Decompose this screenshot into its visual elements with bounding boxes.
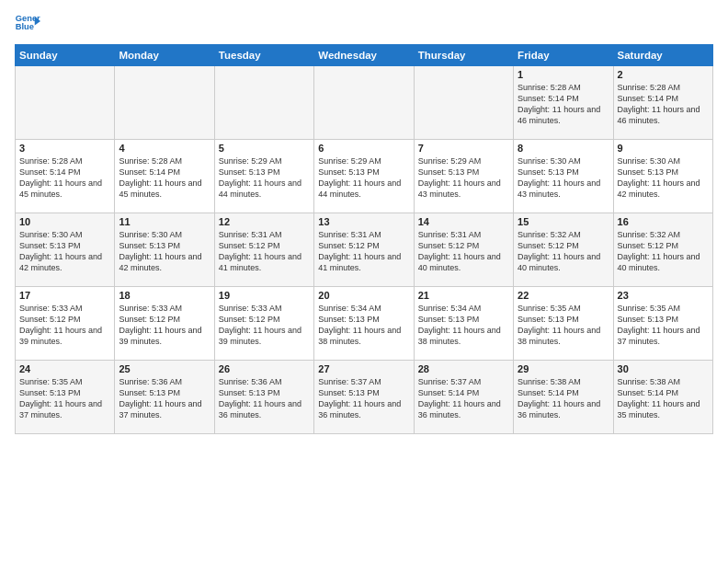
day-number: 8 xyxy=(518,143,609,154)
day-number: 12 xyxy=(219,216,310,227)
day-number: 22 xyxy=(518,290,609,301)
day-number: 2 xyxy=(618,69,709,80)
weekday-header-wednesday: Wednesday xyxy=(314,45,414,66)
calendar-cell: 29Sunrise: 5:38 AM Sunset: 5:14 PM Dayli… xyxy=(514,361,613,434)
day-number: 9 xyxy=(618,143,709,154)
day-info: Sunrise: 5:33 AM Sunset: 5:12 PM Dayligh… xyxy=(219,303,310,348)
day-number: 28 xyxy=(418,363,509,374)
calendar-cell xyxy=(16,66,115,140)
day-number: 1 xyxy=(518,69,609,80)
day-info: Sunrise: 5:31 AM Sunset: 5:12 PM Dayligh… xyxy=(318,229,409,274)
day-info: Sunrise: 5:31 AM Sunset: 5:12 PM Dayligh… xyxy=(418,229,509,274)
calendar-cell: 11Sunrise: 5:30 AM Sunset: 5:13 PM Dayli… xyxy=(115,213,214,287)
day-number: 10 xyxy=(19,216,110,227)
day-number: 17 xyxy=(19,290,110,301)
calendar-cell: 6Sunrise: 5:29 AM Sunset: 5:13 PM Daylig… xyxy=(314,140,414,213)
calendar-week-row: 24Sunrise: 5:35 AM Sunset: 5:13 PM Dayli… xyxy=(16,361,713,434)
day-info: Sunrise: 5:35 AM Sunset: 5:13 PM Dayligh… xyxy=(618,303,709,348)
day-info: Sunrise: 5:30 AM Sunset: 5:13 PM Dayligh… xyxy=(19,229,110,274)
day-number: 23 xyxy=(618,290,709,301)
day-info: Sunrise: 5:37 AM Sunset: 5:13 PM Dayligh… xyxy=(318,376,409,421)
day-number: 6 xyxy=(318,143,409,154)
day-info: Sunrise: 5:32 AM Sunset: 5:12 PM Dayligh… xyxy=(518,229,609,274)
day-info: Sunrise: 5:29 AM Sunset: 5:13 PM Dayligh… xyxy=(318,155,409,201)
day-number: 7 xyxy=(418,143,509,154)
calendar-cell: 13Sunrise: 5:31 AM Sunset: 5:12 PM Dayli… xyxy=(314,213,414,287)
day-number: 24 xyxy=(19,363,110,374)
calendar-week-row: 17Sunrise: 5:33 AM Sunset: 5:12 PM Dayli… xyxy=(16,287,713,361)
weekday-header-row: SundayMondayTuesdayWednesdayThursdayFrid… xyxy=(16,45,713,66)
day-number: 18 xyxy=(119,290,210,301)
day-info: Sunrise: 5:32 AM Sunset: 5:12 PM Dayligh… xyxy=(618,229,709,274)
calendar-cell: 17Sunrise: 5:33 AM Sunset: 5:12 PM Dayli… xyxy=(16,287,115,361)
day-info: Sunrise: 5:35 AM Sunset: 5:13 PM Dayligh… xyxy=(518,303,609,348)
calendar-cell: 7Sunrise: 5:29 AM Sunset: 5:13 PM Daylig… xyxy=(414,140,513,213)
day-number: 3 xyxy=(19,143,110,154)
day-number: 27 xyxy=(318,363,409,374)
day-info: Sunrise: 5:30 AM Sunset: 5:13 PM Dayligh… xyxy=(518,155,609,201)
day-number: 19 xyxy=(219,290,310,301)
day-number: 16 xyxy=(618,216,709,227)
calendar-week-row: 10Sunrise: 5:30 AM Sunset: 5:13 PM Dayli… xyxy=(16,213,713,287)
calendar-cell: 12Sunrise: 5:31 AM Sunset: 5:12 PM Dayli… xyxy=(214,213,313,287)
day-info: Sunrise: 5:29 AM Sunset: 5:13 PM Dayligh… xyxy=(418,155,509,201)
calendar-cell: 9Sunrise: 5:30 AM Sunset: 5:13 PM Daylig… xyxy=(613,140,712,213)
day-info: Sunrise: 5:28 AM Sunset: 5:14 PM Dayligh… xyxy=(19,155,110,201)
day-number: 13 xyxy=(318,216,409,227)
weekday-header-saturday: Saturday xyxy=(613,45,712,66)
calendar-cell: 14Sunrise: 5:31 AM Sunset: 5:12 PM Dayli… xyxy=(414,213,513,287)
day-info: Sunrise: 5:34 AM Sunset: 5:13 PM Dayligh… xyxy=(318,303,409,348)
calendar-cell: 25Sunrise: 5:36 AM Sunset: 5:13 PM Dayli… xyxy=(115,361,214,434)
day-number: 26 xyxy=(219,363,310,374)
calendar-cell xyxy=(115,66,214,140)
calendar-cell: 18Sunrise: 5:33 AM Sunset: 5:12 PM Dayli… xyxy=(115,287,214,361)
calendar-cell: 16Sunrise: 5:32 AM Sunset: 5:12 PM Dayli… xyxy=(613,213,712,287)
day-info: Sunrise: 5:38 AM Sunset: 5:14 PM Dayligh… xyxy=(618,376,709,421)
calendar-cell: 27Sunrise: 5:37 AM Sunset: 5:13 PM Dayli… xyxy=(314,361,414,434)
calendar-cell: 20Sunrise: 5:34 AM Sunset: 5:13 PM Dayli… xyxy=(314,287,414,361)
day-info: Sunrise: 5:30 AM Sunset: 5:13 PM Dayligh… xyxy=(618,155,709,201)
day-info: Sunrise: 5:36 AM Sunset: 5:13 PM Dayligh… xyxy=(219,376,310,421)
weekday-header-friday: Friday xyxy=(514,45,613,66)
calendar-cell: 8Sunrise: 5:30 AM Sunset: 5:13 PM Daylig… xyxy=(514,140,613,213)
calendar-cell: 4Sunrise: 5:28 AM Sunset: 5:14 PM Daylig… xyxy=(115,140,214,213)
calendar-week-row: 1Sunrise: 5:28 AM Sunset: 5:14 PM Daylig… xyxy=(16,66,713,140)
day-info: Sunrise: 5:36 AM Sunset: 5:13 PM Dayligh… xyxy=(119,376,210,421)
calendar-cell: 30Sunrise: 5:38 AM Sunset: 5:14 PM Dayli… xyxy=(613,361,712,434)
day-info: Sunrise: 5:37 AM Sunset: 5:14 PM Dayligh… xyxy=(418,376,509,421)
calendar-week-row: 3Sunrise: 5:28 AM Sunset: 5:14 PM Daylig… xyxy=(16,140,713,213)
day-info: Sunrise: 5:29 AM Sunset: 5:13 PM Dayligh… xyxy=(219,155,310,201)
day-number: 5 xyxy=(219,143,310,154)
logo-icon: General Blue xyxy=(15,11,40,37)
day-info: Sunrise: 5:33 AM Sunset: 5:12 PM Dayligh… xyxy=(19,303,110,348)
weekday-header-thursday: Thursday xyxy=(414,45,513,66)
day-number: 25 xyxy=(119,363,210,374)
day-info: Sunrise: 5:28 AM Sunset: 5:14 PM Dayligh… xyxy=(119,155,210,201)
logo: General Blue xyxy=(15,11,40,37)
calendar-cell xyxy=(414,66,513,140)
day-info: Sunrise: 5:38 AM Sunset: 5:14 PM Dayligh… xyxy=(518,376,609,421)
day-info: Sunrise: 5:31 AM Sunset: 5:12 PM Dayligh… xyxy=(219,229,310,274)
weekday-header-tuesday: Tuesday xyxy=(214,45,313,66)
day-number: 21 xyxy=(418,290,509,301)
calendar-cell: 10Sunrise: 5:30 AM Sunset: 5:13 PM Dayli… xyxy=(16,213,115,287)
calendar-cell: 3Sunrise: 5:28 AM Sunset: 5:14 PM Daylig… xyxy=(16,140,115,213)
calendar-cell: 2Sunrise: 5:28 AM Sunset: 5:14 PM Daylig… xyxy=(613,66,712,140)
calendar-table: SundayMondayTuesdayWednesdayThursdayFrid… xyxy=(15,44,713,434)
calendar-cell xyxy=(314,66,414,140)
day-info: Sunrise: 5:34 AM Sunset: 5:13 PM Dayligh… xyxy=(418,303,509,348)
day-number: 11 xyxy=(119,216,210,227)
weekday-header-monday: Monday xyxy=(115,45,214,66)
day-number: 15 xyxy=(518,216,609,227)
calendar-page: General Blue SundayMondayTuesdayWednesda… xyxy=(0,0,728,563)
day-info: Sunrise: 5:33 AM Sunset: 5:12 PM Dayligh… xyxy=(119,303,210,348)
calendar-cell: 21Sunrise: 5:34 AM Sunset: 5:13 PM Dayli… xyxy=(414,287,513,361)
calendar-cell: 23Sunrise: 5:35 AM Sunset: 5:13 PM Dayli… xyxy=(613,287,712,361)
svg-text:Blue: Blue xyxy=(16,22,34,31)
calendar-cell: 28Sunrise: 5:37 AM Sunset: 5:14 PM Dayli… xyxy=(414,361,513,434)
calendar-cell xyxy=(214,66,313,140)
calendar-cell: 1Sunrise: 5:28 AM Sunset: 5:14 PM Daylig… xyxy=(514,66,613,140)
calendar-cell: 22Sunrise: 5:35 AM Sunset: 5:13 PM Dayli… xyxy=(514,287,613,361)
calendar-cell: 26Sunrise: 5:36 AM Sunset: 5:13 PM Dayli… xyxy=(214,361,313,434)
day-number: 4 xyxy=(119,143,210,154)
